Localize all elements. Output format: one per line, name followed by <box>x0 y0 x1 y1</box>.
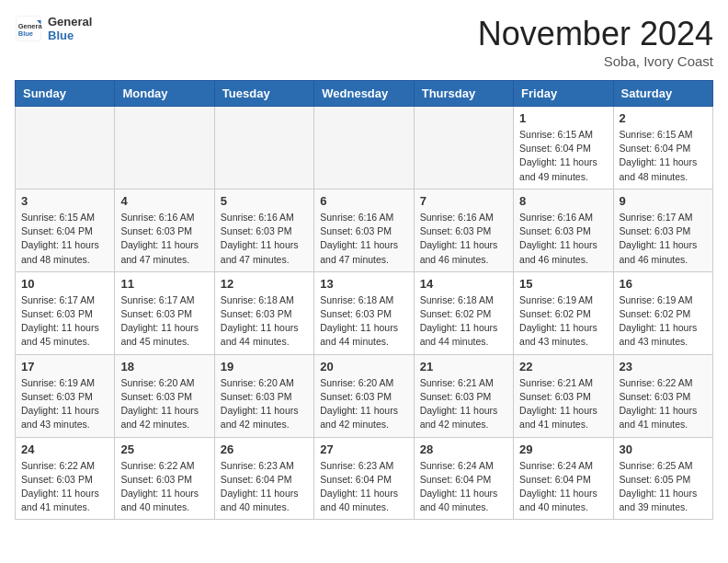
day-number: 30 <box>620 442 707 456</box>
calendar-cell: 29Sunrise: 6:24 AM Sunset: 6:04 PM Dayli… <box>514 437 613 520</box>
day-number: 11 <box>120 277 208 291</box>
calendar-week-row: 10Sunrise: 6:17 AM Sunset: 6:03 PM Dayli… <box>16 271 713 354</box>
day-info: Sunrise: 6:15 AM Sunset: 6:04 PM Dayligh… <box>21 211 108 267</box>
day-info: Sunrise: 6:17 AM Sunset: 6:03 PM Dayligh… <box>620 211 707 267</box>
day-info: Sunrise: 6:15 AM Sunset: 6:04 PM Dayligh… <box>519 128 607 184</box>
day-number: 2 <box>620 111 707 125</box>
day-info: Sunrise: 6:16 AM Sunset: 6:03 PM Dayligh… <box>221 211 308 267</box>
calendar-day-header: Tuesday <box>214 81 313 107</box>
calendar-cell: 27Sunrise: 6:23 AM Sunset: 6:04 PM Dayli… <box>314 437 414 520</box>
calendar-day-header: Sunday <box>16 81 115 107</box>
day-number: 23 <box>620 360 707 373</box>
day-number: 4 <box>120 194 208 208</box>
calendar-cell: 26Sunrise: 6:23 AM Sunset: 6:04 PM Dayli… <box>214 437 313 520</box>
calendar-cell: 3Sunrise: 6:15 AM Sunset: 6:04 PM Daylig… <box>16 189 115 271</box>
calendar-cell: 15Sunrise: 6:19 AM Sunset: 6:02 PM Dayli… <box>514 271 613 354</box>
calendar-cell: 24Sunrise: 6:22 AM Sunset: 6:03 PM Dayli… <box>16 437 115 520</box>
day-number: 24 <box>21 442 108 456</box>
calendar-day-header: Thursday <box>414 81 513 107</box>
calendar-cell: 10Sunrise: 6:17 AM Sunset: 6:03 PM Dayli… <box>16 271 115 354</box>
day-number: 25 <box>120 442 208 456</box>
month-title: November 2024 <box>478 15 713 53</box>
day-number: 20 <box>320 360 407 373</box>
day-number: 18 <box>120 360 208 373</box>
day-number: 21 <box>420 360 507 373</box>
day-info: Sunrise: 6:19 AM Sunset: 6:02 PM Dayligh… <box>519 293 607 350</box>
day-info: Sunrise: 6:17 AM Sunset: 6:03 PM Dayligh… <box>21 293 108 350</box>
calendar-table: SundayMondayTuesdayWednesdayThursdayFrid… <box>15 80 713 520</box>
calendar-cell: 23Sunrise: 6:22 AM Sunset: 6:03 PM Dayli… <box>613 354 712 437</box>
calendar-cell: 12Sunrise: 6:18 AM Sunset: 6:03 PM Dayli… <box>214 271 313 354</box>
day-info: Sunrise: 6:18 AM Sunset: 6:03 PM Dayligh… <box>221 293 308 350</box>
day-info: Sunrise: 6:16 AM Sunset: 6:03 PM Dayligh… <box>320 211 407 267</box>
day-info: Sunrise: 6:18 AM Sunset: 6:03 PM Dayligh… <box>320 293 407 350</box>
day-info: Sunrise: 6:20 AM Sunset: 6:03 PM Dayligh… <box>221 376 308 432</box>
calendar-week-row: 1Sunrise: 6:15 AM Sunset: 6:04 PM Daylig… <box>16 107 713 190</box>
day-number: 28 <box>420 442 507 456</box>
calendar-cell <box>214 107 313 190</box>
day-number: 9 <box>620 194 707 208</box>
calendar-cell: 21Sunrise: 6:21 AM Sunset: 6:03 PM Dayli… <box>414 354 513 437</box>
calendar-body: 1Sunrise: 6:15 AM Sunset: 6:04 PM Daylig… <box>16 107 713 520</box>
day-info: Sunrise: 6:18 AM Sunset: 6:02 PM Dayligh… <box>420 293 507 350</box>
day-number: 7 <box>420 194 507 208</box>
calendar-cell: 7Sunrise: 6:16 AM Sunset: 6:03 PM Daylig… <box>414 189 513 271</box>
day-number: 15 <box>519 277 607 291</box>
day-info: Sunrise: 6:25 AM Sunset: 6:05 PM Dayligh… <box>620 459 707 515</box>
logo: General Blue General Blue <box>15 15 92 42</box>
day-info: Sunrise: 6:16 AM Sunset: 6:03 PM Dayligh… <box>120 211 208 267</box>
calendar-cell: 14Sunrise: 6:18 AM Sunset: 6:02 PM Dayli… <box>414 271 513 354</box>
calendar-cell <box>115 107 214 190</box>
day-info: Sunrise: 6:20 AM Sunset: 6:03 PM Dayligh… <box>320 376 407 432</box>
calendar-cell: 28Sunrise: 6:24 AM Sunset: 6:04 PM Dayli… <box>414 437 513 520</box>
day-number: 17 <box>21 360 108 373</box>
calendar-cell: 9Sunrise: 6:17 AM Sunset: 6:03 PM Daylig… <box>613 189 712 271</box>
day-info: Sunrise: 6:21 AM Sunset: 6:03 PM Dayligh… <box>519 376 607 432</box>
day-info: Sunrise: 6:23 AM Sunset: 6:04 PM Dayligh… <box>221 459 308 515</box>
day-number: 19 <box>221 360 308 373</box>
calendar-cell: 20Sunrise: 6:20 AM Sunset: 6:03 PM Dayli… <box>314 354 414 437</box>
day-info: Sunrise: 6:15 AM Sunset: 6:04 PM Dayligh… <box>620 128 707 184</box>
title-block: November 2024 Soba, Ivory Coast <box>478 15 713 69</box>
day-info: Sunrise: 6:22 AM Sunset: 6:03 PM Dayligh… <box>21 459 108 515</box>
calendar-day-header: Wednesday <box>314 81 414 107</box>
calendar-cell: 4Sunrise: 6:16 AM Sunset: 6:03 PM Daylig… <box>115 189 214 271</box>
day-number: 8 <box>519 194 607 208</box>
calendar-cell <box>414 107 513 190</box>
day-info: Sunrise: 6:20 AM Sunset: 6:03 PM Dayligh… <box>120 376 208 432</box>
calendar-cell: 22Sunrise: 6:21 AM Sunset: 6:03 PM Dayli… <box>514 354 613 437</box>
calendar-cell: 2Sunrise: 6:15 AM Sunset: 6:04 PM Daylig… <box>613 107 712 190</box>
calendar-week-row: 24Sunrise: 6:22 AM Sunset: 6:03 PM Dayli… <box>16 437 713 520</box>
calendar-cell: 5Sunrise: 6:16 AM Sunset: 6:03 PM Daylig… <box>214 189 313 271</box>
calendar-day-header: Monday <box>115 81 214 107</box>
day-info: Sunrise: 6:22 AM Sunset: 6:03 PM Dayligh… <box>120 459 208 515</box>
calendar-cell: 30Sunrise: 6:25 AM Sunset: 6:05 PM Dayli… <box>613 437 712 520</box>
page-header: General Blue General Blue November 2024 … <box>15 15 713 69</box>
day-number: 16 <box>620 277 707 291</box>
calendar-cell: 1Sunrise: 6:15 AM Sunset: 6:04 PM Daylig… <box>514 107 613 190</box>
day-info: Sunrise: 6:19 AM Sunset: 6:03 PM Dayligh… <box>21 376 108 432</box>
day-number: 13 <box>320 277 407 291</box>
day-info: Sunrise: 6:16 AM Sunset: 6:03 PM Dayligh… <box>519 211 607 267</box>
calendar-cell: 6Sunrise: 6:16 AM Sunset: 6:03 PM Daylig… <box>314 189 414 271</box>
calendar-cell: 8Sunrise: 6:16 AM Sunset: 6:03 PM Daylig… <box>514 189 613 271</box>
calendar-cell: 19Sunrise: 6:20 AM Sunset: 6:03 PM Dayli… <box>214 354 313 437</box>
day-info: Sunrise: 6:23 AM Sunset: 6:04 PM Dayligh… <box>320 459 407 515</box>
day-number: 12 <box>221 277 308 291</box>
calendar-header-row: SundayMondayTuesdayWednesdayThursdayFrid… <box>16 81 713 107</box>
day-number: 27 <box>320 442 407 456</box>
day-number: 3 <box>21 194 108 208</box>
calendar-day-header: Friday <box>514 81 613 107</box>
day-number: 6 <box>320 194 407 208</box>
calendar-week-row: 17Sunrise: 6:19 AM Sunset: 6:03 PM Dayli… <box>16 354 713 437</box>
day-info: Sunrise: 6:24 AM Sunset: 6:04 PM Dayligh… <box>519 459 607 515</box>
day-number: 14 <box>420 277 507 291</box>
logo-icon: General Blue <box>15 15 42 42</box>
day-number: 10 <box>21 277 108 291</box>
day-info: Sunrise: 6:21 AM Sunset: 6:03 PM Dayligh… <box>420 376 507 432</box>
calendar-cell: 18Sunrise: 6:20 AM Sunset: 6:03 PM Dayli… <box>115 354 214 437</box>
calendar-week-row: 3Sunrise: 6:15 AM Sunset: 6:04 PM Daylig… <box>16 189 713 271</box>
calendar-cell: 25Sunrise: 6:22 AM Sunset: 6:03 PM Dayli… <box>115 437 214 520</box>
calendar-cell: 13Sunrise: 6:18 AM Sunset: 6:03 PM Dayli… <box>314 271 414 354</box>
calendar-cell: 17Sunrise: 6:19 AM Sunset: 6:03 PM Dayli… <box>16 354 115 437</box>
